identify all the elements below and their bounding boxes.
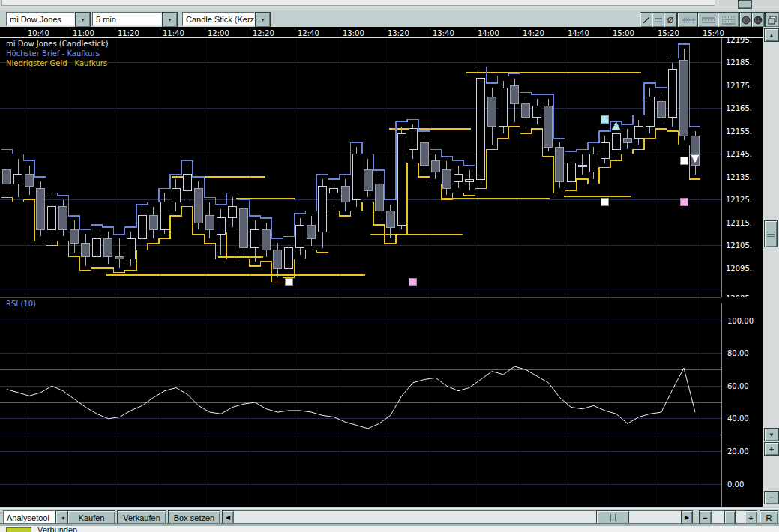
candle[interactable] xyxy=(409,129,417,149)
candle[interactable] xyxy=(657,101,665,117)
candle[interactable] xyxy=(25,175,34,186)
candle[interactable] xyxy=(544,106,553,147)
candle[interactable] xyxy=(274,250,282,268)
symbol-combo-value[interactable]: mi Dow Jones xyxy=(6,12,75,26)
candle[interactable] xyxy=(160,202,169,230)
candle[interactable] xyxy=(634,127,643,138)
candle[interactable] xyxy=(127,238,135,259)
candle[interactable] xyxy=(431,161,439,172)
legend-series-label: mi Dow Jones (Candlestick) xyxy=(6,40,109,48)
ellipse-off-icon[interactable]: Ø xyxy=(664,12,677,28)
trade-marker-white[interactable] xyxy=(680,157,688,165)
candle[interactable] xyxy=(172,188,180,202)
candle[interactable] xyxy=(37,188,45,229)
candle[interactable] xyxy=(522,103,530,117)
candle[interactable] xyxy=(217,218,225,234)
candle[interactable] xyxy=(138,216,146,239)
candle[interactable] xyxy=(567,163,575,181)
candle[interactable] xyxy=(466,179,474,181)
candle[interactable] xyxy=(386,211,394,227)
symbol-combo[interactable]: mi Dow Jones ▼ xyxy=(6,12,91,26)
price-axis-label: 12125. xyxy=(726,196,752,204)
candle[interactable] xyxy=(601,142,609,158)
zoom-out-button[interactable]: − xyxy=(764,491,779,504)
candle[interactable] xyxy=(488,97,496,127)
candle[interactable] xyxy=(229,207,237,218)
candle[interactable] xyxy=(115,257,124,259)
candle[interactable] xyxy=(454,175,463,181)
candle[interactable] xyxy=(251,229,259,247)
candle[interactable] xyxy=(3,170,11,184)
candle[interactable] xyxy=(556,147,564,181)
chart-toolbar: mi Dow Jones ▼ 5 min ▼ Candle Stick (Ker… xyxy=(0,10,779,28)
interval-combo[interactable]: 5 min ▼ xyxy=(92,12,178,26)
zoom-in-button[interactable]: + xyxy=(764,442,779,456)
candle[interactable] xyxy=(668,70,676,118)
candle[interactable] xyxy=(240,209,248,248)
panel-nub-button[interactable] xyxy=(738,0,752,9)
candle[interactable] xyxy=(149,216,157,229)
vertical-scrollbar[interactable]: ▲ ▼ + − xyxy=(763,27,779,507)
interval-combo-value[interactable]: 5 min xyxy=(92,12,162,26)
candle[interactable] xyxy=(364,170,372,190)
chevron-down-icon[interactable]: ▼ xyxy=(162,12,178,28)
candle[interactable] xyxy=(680,60,688,136)
price-rsi-chart[interactable]: 10:4011:0011:2011:4012:0012:2012:4013:00… xyxy=(0,27,763,507)
chart-type-combo[interactable]: Candle Stick (Kerze ▼ xyxy=(182,12,271,26)
candle[interactable] xyxy=(420,142,428,166)
candle[interactable] xyxy=(511,85,519,103)
candle[interactable] xyxy=(319,186,327,232)
candle[interactable] xyxy=(183,175,191,190)
candle[interactable] xyxy=(499,88,508,127)
candle[interactable] xyxy=(612,133,620,149)
time-axis-label: 11:00 xyxy=(73,29,94,37)
candle[interactable] xyxy=(93,238,101,256)
candle[interactable] xyxy=(375,184,383,211)
trade-marker-white[interactable] xyxy=(285,278,292,285)
trading-app-window: { "toolbar_top": { "combos": [ {"value":… xyxy=(0,0,779,532)
candle[interactable] xyxy=(352,154,361,200)
trade-marker-white[interactable] xyxy=(601,199,609,206)
candle[interactable] xyxy=(285,248,293,268)
trade-marker-pink[interactable] xyxy=(409,278,417,285)
candle[interactable] xyxy=(646,97,654,127)
candle[interactable] xyxy=(578,166,586,167)
rsi-axis-label: 60.00 xyxy=(727,382,749,390)
candle[interactable] xyxy=(477,79,485,179)
candle[interactable] xyxy=(59,207,67,230)
candle[interactable] xyxy=(70,229,79,243)
candle[interactable] xyxy=(307,225,316,238)
candle[interactable] xyxy=(589,154,598,172)
trade-marker-pink[interactable] xyxy=(680,199,688,206)
candle[interactable] xyxy=(296,225,304,248)
candle[interactable] xyxy=(341,186,349,202)
scroll-up-icon[interactable]: ▲ xyxy=(764,28,779,42)
chevron-down-icon[interactable]: ▼ xyxy=(255,12,271,28)
candle[interactable] xyxy=(205,216,214,229)
indicator-hatch-circle-icon[interactable] xyxy=(751,12,765,28)
candle[interactable] xyxy=(442,170,451,188)
cascade-windows-icon[interactable] xyxy=(765,12,779,28)
grid-dashed-icon[interactable] xyxy=(697,12,719,28)
chevron-down-icon[interactable]: ▼ xyxy=(75,12,91,28)
grid-dotted-icon[interactable] xyxy=(677,12,699,28)
candle[interactable] xyxy=(82,243,90,256)
trade-marker-cyan[interactable] xyxy=(601,116,609,124)
price-axis-label: 12175. xyxy=(726,82,752,90)
candle[interactable] xyxy=(48,207,56,230)
candle[interactable] xyxy=(330,188,338,193)
candle[interactable] xyxy=(533,106,541,117)
candle[interactable] xyxy=(397,133,406,225)
chart-type-combo-value[interactable]: Candle Stick (Kerze xyxy=(182,12,255,26)
scroll-down-icon[interactable]: ▼ xyxy=(764,428,779,441)
vscroll-thumb[interactable] xyxy=(764,220,778,247)
candle[interactable] xyxy=(194,188,202,223)
time-axis-label: 13:20 xyxy=(388,29,409,37)
candle[interactable] xyxy=(623,138,631,142)
legend-series-label: Höchster Brief - Kaufkurs xyxy=(6,49,100,58)
candle[interactable] xyxy=(14,175,22,184)
candle[interactable] xyxy=(104,238,112,256)
status-bar: Verbunden xyxy=(0,526,779,532)
grid-mixed-icon[interactable] xyxy=(718,12,739,28)
candle[interactable] xyxy=(262,229,271,250)
